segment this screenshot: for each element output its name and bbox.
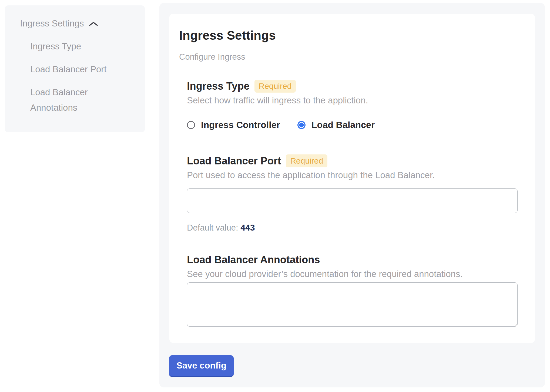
sidebar-group-label: Ingress Settings: [20, 16, 84, 31]
settings-sidebar: Ingress Settings Ingress Type Load Balan…: [5, 5, 145, 132]
required-badge: Required: [286, 154, 327, 167]
section-ingress-type: Ingress Type Required Select how traffic…: [187, 80, 518, 130]
page-subtitle: Configure Ingress: [179, 51, 518, 63]
default-value-label: Default value:: [187, 223, 238, 232]
sidebar-item-list: Ingress Type Load Balancer Port Load Bal…: [20, 39, 137, 115]
sidebar-item-load-balancer-port[interactable]: Load Balancer Port: [30, 62, 137, 77]
radio-circle[interactable]: [297, 121, 306, 129]
page-title: Ingress Settings: [179, 28, 518, 43]
section-load-balancer-annotations: Load Balancer Annotations See your cloud…: [187, 253, 518, 327]
default-value: 443: [240, 223, 255, 232]
sidebar-item-ingress-type[interactable]: Ingress Type: [30, 39, 137, 54]
radio-ingress-controller[interactable]: Ingress Controller: [187, 120, 280, 130]
section-heading: Load Balancer Annotations: [187, 253, 320, 266]
radio-label: Load Balancer: [311, 120, 375, 130]
section-heading: Ingress Type: [187, 80, 250, 93]
section-description: Select how traffic will ingress to the a…: [187, 94, 518, 107]
save-config-button[interactable]: Save config: [169, 355, 234, 377]
chevron-up-icon: [89, 21, 98, 27]
radio-load-balancer[interactable]: Load Balancer: [297, 120, 375, 130]
default-value-note: Default value: 443: [187, 222, 518, 234]
sidebar-item-load-balancer-annotations[interactable]: Load Balancer Annotations: [30, 85, 137, 115]
sidebar-group-ingress-settings[interactable]: Ingress Settings: [20, 16, 137, 31]
radio-label: Ingress Controller: [201, 120, 280, 130]
section-description: Port used to access the application thro…: [187, 169, 518, 181]
section-load-balancer-port: Load Balancer Port Required Port used to…: [187, 154, 518, 234]
ingress-settings-card: Ingress Settings Configure Ingress Ingre…: [169, 14, 535, 343]
load-balancer-annotations-textarea[interactable]: [187, 282, 518, 327]
radio-circle[interactable]: [187, 121, 195, 129]
main-panel: Ingress Settings Configure Ingress Ingre…: [159, 3, 545, 387]
section-heading: Load Balancer Port: [187, 154, 281, 167]
section-description: See your cloud provider’s documentation …: [187, 268, 518, 280]
required-badge: Required: [254, 80, 296, 93]
load-balancer-port-input[interactable]: [187, 188, 518, 213]
ingress-type-radio-group: Ingress Controller Load Balancer: [187, 120, 518, 130]
